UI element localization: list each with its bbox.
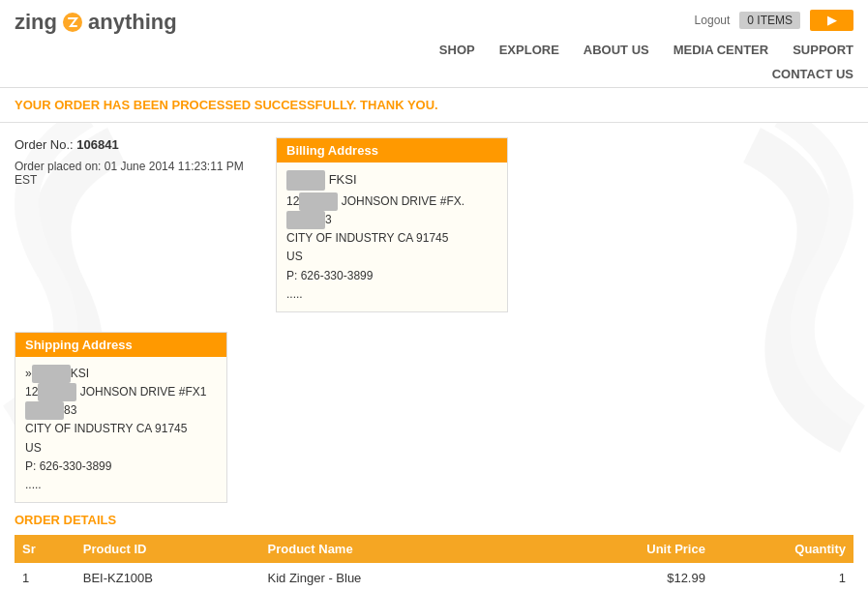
order-number-value: 106841 — [76, 137, 118, 152]
order-info: Order No.: 106841 Order placed on: 01 Ju… — [15, 137, 256, 187]
shipping-city: CITY OF INDUSTRY CA 91745 — [25, 420, 217, 438]
row1-product-id: BEI-KZ100B — [75, 563, 260, 591]
billing-addr-redacted — [299, 192, 338, 211]
order-number-label: Order No.: — [15, 137, 74, 152]
billing-address-line1: 12 JOHNSON DRIVE #FX. 3 — [286, 192, 497, 229]
success-banner: YOUR ORDER HAS BEEN PROCESSED SUCCESSFUL… — [0, 88, 868, 123]
billing-name-redacted — [286, 170, 325, 191]
col-sr: Sr — [15, 535, 75, 563]
billing-addr-prefix: 12 — [286, 194, 299, 208]
row1-quantity: 1 — [713, 563, 853, 591]
header-actions: Logout 0 ITEMS ▶ — [695, 10, 853, 31]
table-row: 1 BEI-KZ100B Kid Zinger - Blue $12.99 1 — [15, 563, 853, 591]
shipping-name-suffix: KSI — [71, 367, 89, 380]
logo-area: zing anything — [15, 10, 177, 35]
shipping-addr-redacted2 — [25, 401, 64, 420]
col-quantity: Quantity — [713, 535, 853, 563]
row1-product-name: Kid Zinger - Blue — [260, 563, 557, 591]
billing-dots: ..... — [286, 285, 497, 304]
shipping-addr-suffix: JOHNSON DRIVE #FX1 — [76, 385, 206, 399]
shipping-address-body: » KSI 12 JOHNSON DRIVE #FX1 83 CITY OF I… — [15, 357, 226, 502]
shipping-addr-suffix2: 83 — [64, 403, 76, 417]
billing-address-body: FKSI 12 JOHNSON DRIVE #FX. 3 CITY OF IND… — [277, 163, 507, 311]
items-badge: 0 ITEMS — [739, 12, 800, 29]
secondary-nav: CONTACT US — [772, 65, 853, 87]
shipping-address-header: Shipping Address — [15, 333, 226, 357]
main-content: Order No.: 106841 Order placed on: 01 Ju… — [0, 123, 868, 591]
logout-link[interactable]: Logout — [695, 14, 731, 27]
row1-sr: 1 — [15, 563, 75, 591]
shipping-address-line1: 12 JOHNSON DRIVE #FX1 83 — [25, 383, 217, 420]
col-product-name: Product Name — [260, 535, 557, 563]
row1-unit-price: $12.99 — [556, 563, 713, 591]
shipping-country: US — [25, 439, 217, 458]
logo-zing: zing — [15, 10, 57, 35]
billing-country: US — [286, 248, 497, 266]
order-billing-row: Order No.: 106841 Order placed on: 01 Ju… — [15, 137, 853, 312]
shipping-name: » KSI — [25, 365, 217, 383]
billing-name-suffix: FKSI — [329, 172, 357, 187]
billing-phone: P: 626-330-3899 — [286, 267, 497, 285]
nav-shop[interactable]: SHOP — [439, 43, 475, 57]
shipping-name-redacted — [32, 365, 71, 383]
main-nav: SHOP EXPLORE ABOUT US MEDIA CENTER SUPPO… — [439, 35, 853, 61]
success-text: YOUR ORDER HAS BEEN PROCESSED SUCCESSFUL… — [15, 98, 438, 112]
order-table: Sr Product ID Product Name Unit Price Qu… — [15, 535, 853, 591]
billing-addr-suffix2: 3 — [325, 213, 332, 226]
billing-addr-redacted2 — [286, 211, 325, 229]
nav-explore[interactable]: EXPLORE — [499, 43, 559, 57]
shipping-phone: P: 626-330-3899 — [25, 458, 217, 476]
order-date-label: Order placed on: — [15, 160, 101, 173]
billing-address-header: Billing Address — [277, 138, 507, 163]
billing-name: FKSI — [286, 170, 497, 191]
order-date: Order placed on: 01 June 2014 11:23:11 P… — [15, 160, 256, 187]
table-header-row: Sr Product ID Product Name Unit Price Qu… — [15, 535, 853, 563]
shipping-name-prefix: » — [25, 367, 32, 380]
col-product-id: Product ID — [75, 535, 260, 563]
order-details-label: ORDER DETAILS — [15, 513, 853, 527]
nav-about-us[interactable]: ABOUT US — [584, 43, 649, 57]
cart-button[interactable]: ▶ — [810, 10, 853, 31]
logo-anything: anything — [88, 10, 177, 35]
shipping-dots: ..... — [25, 476, 217, 494]
billing-city: CITY OF INDUSTRY CA 91745 — [286, 229, 497, 248]
shipping-row: Shipping Address » KSI 12 JOHNSON DRIVE … — [15, 332, 853, 503]
order-table-head: Sr Product ID Product Name Unit Price Qu… — [15, 535, 853, 563]
header: zing anything Logout 0 ITEMS ▶ SHOP EXPL… — [0, 0, 868, 88]
billing-addr-suffix: JOHNSON DRIVE #FX. — [338, 194, 464, 208]
shipping-addr-redacted — [38, 383, 76, 401]
shipping-address-box: Shipping Address » KSI 12 JOHNSON DRIVE … — [15, 332, 227, 503]
nav-support[interactable]: SUPPORT — [793, 43, 853, 57]
order-number: Order No.: 106841 — [15, 137, 256, 152]
shipping-addr-prefix: 12 — [25, 385, 38, 399]
header-right: Logout 0 ITEMS ▶ SHOP EXPLORE ABOUT US M… — [439, 10, 853, 87]
order-table-body: 1 BEI-KZ100B Kid Zinger - Blue $12.99 1 … — [15, 563, 853, 591]
nav-media-center[interactable]: MEDIA CENTER — [673, 43, 768, 57]
zing-logo-icon — [62, 12, 83, 33]
nav-contact-us[interactable]: CONTACT US — [772, 67, 853, 81]
billing-address-box: Billing Address FKSI 12 JOHNSON DRIVE #F… — [276, 137, 508, 312]
col-unit-price: Unit Price — [556, 535, 713, 563]
